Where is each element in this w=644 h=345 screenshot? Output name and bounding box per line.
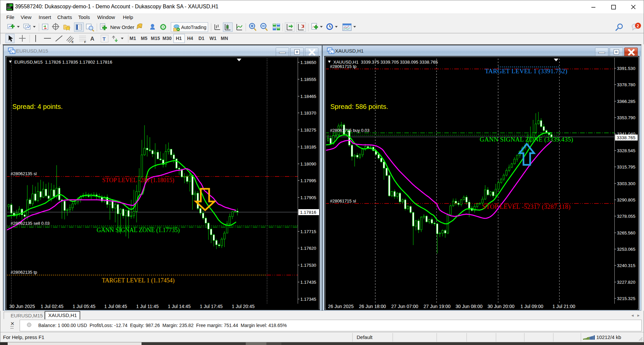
svg-text:STOP LEVEL -280 (1.18015): STOP LEVEL -280 (1.18015) [102,177,174,184]
svg-text:1.17620: 1.17620 [300,246,316,251]
svg-text:1 Jul 17:45: 1 Jul 17:45 [200,304,223,309]
svg-text:1.17995: 1.17995 [300,178,316,183]
svg-text:TARGET LEVEL 1 (1.17454): TARGET LEVEL 1 (1.17454) [102,277,175,284]
svg-text:3290.805: 3290.805 [617,197,635,202]
svg-text:1 Jul 21:00: 1 Jul 21:00 [552,304,575,309]
svg-text:XAUUSD,H1 3339.375 3339.705 3: XAUUSD,H1 3339.375 3339.705 3338.095 333… [333,60,438,65]
svg-text:A: A [90,36,94,42]
svg-text:#28061715 sl: #28061715 sl [330,198,356,203]
svg-text:3240.315: 3240.315 [617,263,635,268]
svg-text:1 Jul 20:45: 1 Jul 20:45 [232,304,255,309]
svg-text:3315.795: 3315.795 [617,165,635,170]
svg-text:3328.545: 3328.545 [617,148,635,153]
svg-text:30 Jun 08:00: 30 Jun 08:00 [456,304,483,309]
svg-text:1.18090: 1.18090 [300,162,316,167]
svg-text:27 Jun 07:00: 27 Jun 07:00 [391,304,418,309]
svg-text:1.17345: 1.17345 [300,297,316,302]
svg-text:3253.065: 3253.065 [617,247,635,252]
svg-text:#28061715 tp: #28061715 tp [330,64,357,69]
svg-text:1.18185: 1.18185 [300,145,316,150]
svg-text:E: E [72,40,74,44]
svg-text:#28062135 sell 0.03: #28062135 sell 0.03 [11,221,50,226]
svg-text:1.17435: 1.17435 [300,280,316,285]
svg-text:GANN SIGNAL ZONE (1.17735): GANN SIGNAL ZONE (1.17735) [97,227,179,234]
svg-text:26 Jun 18:00: 26 Jun 18:00 [359,304,386,309]
svg-text:30 Jun 20:00: 30 Jun 20:00 [487,304,514,309]
svg-text:TARGET LEVEL 1 (3391.752): TARGET LEVEL 1 (3391.752) [485,68,567,75]
svg-text:T: T [103,36,106,42]
svg-text:1.18650: 1.18650 [300,60,316,65]
svg-text:EURUSD,M15 1.17826 1.17835 1.: EURUSD,M15 1.17826 1.17835 1.17802 1.178… [14,60,112,65]
svg-text:27 Jun 19:00: 27 Jun 19:00 [424,304,451,309]
svg-text:1.17530: 1.17530 [300,263,316,268]
svg-text:3227.820: 3227.820 [617,280,635,285]
svg-text:1.17715: 1.17715 [300,229,316,234]
svg-text:3303.300: 3303.300 [617,181,635,186]
svg-text:3265.560: 3265.560 [617,230,635,235]
svg-text:3353.790: 3353.790 [617,115,635,120]
svg-text:STOP LEVEL -52317 (3287.118): STOP LEVEL -52317 (3287.118) [483,203,571,210]
svg-text:1 Jul 14:45: 1 Jul 14:45 [168,304,191,309]
svg-text:F: F [84,40,86,44]
svg-text:3366.285: 3366.285 [617,99,635,104]
svg-text:30 Jun 2025: 30 Jun 2025 [9,304,35,309]
svg-text:3338.765: 3338.765 [617,135,635,140]
svg-text:3278.055: 3278.055 [617,214,635,219]
svg-text:1.18370: 1.18370 [300,111,316,116]
svg-text:3378.780: 3378.780 [617,82,635,87]
svg-text:Spread: 4 points.: Spread: 4 points. [12,103,63,110]
svg-text:#28061715 buy 0.03: #28061715 buy 0.03 [330,128,370,133]
svg-text:GANN SIGNAL ZONE (3339.435): GANN SIGNAL ZONE (3339.435) [480,136,573,143]
svg-text:1 Jul 05:45: 1 Jul 05:45 [73,304,96,309]
svg-text:Spread: 586 points.: Spread: 586 points. [330,103,388,110]
svg-text:1 Jul 08:45: 1 Jul 08:45 [104,304,127,309]
svg-text:#28062135 sl: #28062135 sl [11,171,37,176]
svg-text:1.18555: 1.18555 [300,77,316,82]
svg-text:1.18465: 1.18465 [300,94,316,99]
svg-text:2: 2 [637,23,639,28]
svg-text:1.18275: 1.18275 [300,128,316,133]
svg-text:3215.325: 3215.325 [617,296,635,301]
svg-text:1 Jul 09:00: 1 Jul 09:00 [520,304,543,309]
svg-text:1 Jul 11:45: 1 Jul 11:45 [136,304,159,309]
svg-text:1.17816: 1.17816 [300,210,316,215]
svg-text:1 Jul 02:45: 1 Jul 02:45 [41,304,64,309]
svg-text:3391.530: 3391.530 [617,66,635,71]
svg-text:1.17905: 1.17905 [300,195,316,200]
svg-text:#28062135 tp: #28062135 tp [11,270,37,275]
svg-text:26 Jun 2025: 26 Jun 2025 [328,304,354,309]
